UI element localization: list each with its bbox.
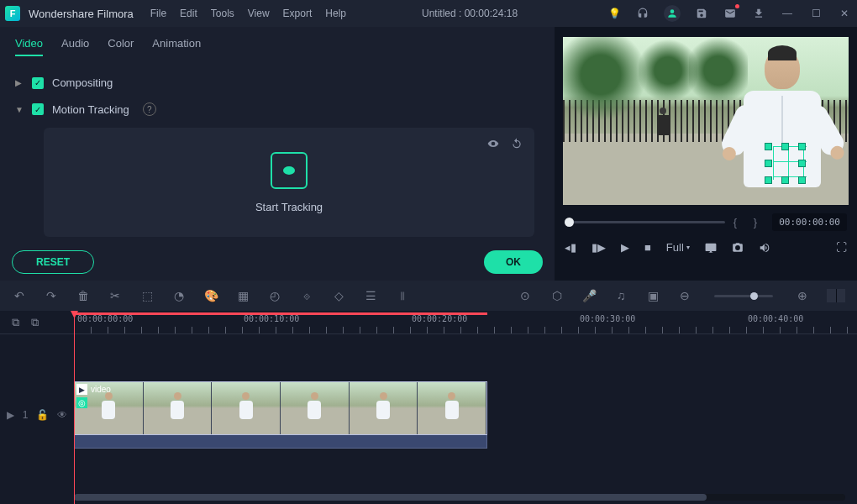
- playhead[interactable]: [74, 311, 75, 504]
- compositing-row[interactable]: ▶ ✓ Compositing: [12, 70, 543, 96]
- project-title: Untitled : 00:00:24:18: [422, 8, 518, 19]
- marker-braces[interactable]: { }: [733, 216, 764, 228]
- chevron-right-icon: ▶: [15, 78, 24, 87]
- tab-audio[interactable]: Audio: [61, 37, 89, 56]
- preview-viewport[interactable]: [563, 37, 849, 205]
- zoom-slider[interactable]: [714, 295, 773, 297]
- tracking-handles[interactable]: [765, 143, 810, 188]
- menu-tools[interactable]: Tools: [211, 8, 234, 19]
- fullscreen-icon[interactable]: ⛶: [836, 241, 847, 254]
- app-title: Wondershare Filmora: [29, 8, 134, 20]
- redo-icon[interactable]: ↷: [44, 289, 59, 302]
- help-icon[interactable]: ?: [143, 102, 156, 116]
- undo-icon[interactable]: ↶: [12, 289, 27, 302]
- quality-selector[interactable]: Full▾: [666, 241, 690, 254]
- messages-icon[interactable]: [723, 6, 738, 21]
- timeline-options-icon[interactable]: ⧉: [12, 316, 19, 329]
- tips-icon[interactable]: 💡: [607, 6, 622, 21]
- play-button[interactable]: ▮▶: [591, 241, 606, 254]
- visibility-icon[interactable]: 👁: [57, 409, 67, 421]
- minimize-button[interactable]: —: [780, 6, 795, 21]
- motion-tracking-icon[interactable]: ⟐: [299, 289, 314, 302]
- app-logo: F: [5, 6, 20, 21]
- delete-icon[interactable]: 🗑: [76, 289, 91, 302]
- audio-clip[interactable]: [74, 435, 487, 449]
- play-badge-icon: ▶: [76, 384, 87, 395]
- green-screen-icon[interactable]: ▦: [235, 289, 250, 302]
- prev-frame-button[interactable]: ◂▮: [565, 241, 576, 254]
- maximize-button[interactable]: ☐: [808, 6, 823, 21]
- motion-tracking-label: Motion Tracking: [52, 103, 129, 116]
- adjustment-icon[interactable]: ▣: [645, 289, 660, 302]
- render-icon[interactable]: ⊙: [518, 289, 533, 302]
- ruler-tick: 00:00:40:00: [748, 314, 803, 323]
- color-icon[interactable]: 🎨: [203, 289, 218, 302]
- eye-icon[interactable]: [487, 138, 499, 152]
- stop-button[interactable]: ■: [644, 241, 651, 254]
- reset-button[interactable]: RESET: [12, 250, 94, 274]
- ruler-tick: 00:00:00:00: [77, 314, 133, 323]
- compositing-label: Compositing: [52, 76, 113, 89]
- chevron-down-icon: ▼: [15, 105, 24, 114]
- tab-color[interactable]: Color: [108, 37, 134, 56]
- duration-icon[interactable]: ◴: [267, 289, 282, 302]
- reset-tracking-icon[interactable]: [511, 138, 523, 152]
- audio-icon[interactable]: ⫴: [395, 289, 410, 303]
- menu-edit[interactable]: Edit: [180, 8, 197, 19]
- ok-button[interactable]: OK: [484, 250, 543, 274]
- mixer-icon[interactable]: ♫: [613, 289, 628, 302]
- support-icon[interactable]: [635, 6, 650, 21]
- video-clip[interactable]: ▶ video ◎: [74, 381, 487, 435]
- lock-icon[interactable]: 🔓: [36, 409, 49, 421]
- zoom-in-icon[interactable]: ⊕: [795, 289, 810, 302]
- preview-timecode: 00:00:00:00: [772, 213, 847, 231]
- menu-help[interactable]: Help: [325, 8, 346, 19]
- horizontal-scrollbar[interactable]: [74, 494, 845, 501]
- compositing-checkbox[interactable]: ✓: [32, 77, 44, 89]
- play-forward-button[interactable]: ▶: [621, 241, 629, 254]
- adjust-icon[interactable]: ☰: [363, 289, 378, 302]
- motion-track-badge-icon: ◎: [76, 397, 87, 408]
- menu-export[interactable]: Export: [283, 8, 313, 19]
- snapshot-icon[interactable]: [732, 242, 744, 254]
- ruler-tick: 00:00:20:00: [412, 314, 467, 323]
- cut-icon[interactable]: ✂: [108, 289, 123, 302]
- ruler-tick: 00:00:30:00: [580, 314, 635, 323]
- motion-tracking-checkbox[interactable]: ✓: [32, 103, 44, 115]
- start-tracking-label: Start Tracking: [255, 201, 323, 213]
- volume-icon[interactable]: [759, 242, 770, 254]
- motion-tracking-row[interactable]: ▼ ✓ Motion Tracking ?: [12, 96, 543, 123]
- speed-icon[interactable]: ◔: [171, 289, 187, 302]
- marker-icon[interactable]: ⬡: [549, 289, 565, 302]
- account-icon[interactable]: [664, 5, 681, 22]
- clip-name: video: [91, 385, 111, 394]
- close-button[interactable]: ✕: [837, 6, 852, 21]
- menu-file[interactable]: File: [150, 8, 166, 19]
- start-tracking-button[interactable]: [271, 152, 308, 189]
- preview-scrubber[interactable]: [565, 221, 725, 223]
- tab-animation[interactable]: Animation: [152, 37, 201, 56]
- tab-video[interactable]: Video: [15, 37, 43, 56]
- record-icon[interactable]: 🎤: [581, 289, 597, 302]
- display-icon[interactable]: [705, 242, 717, 254]
- ruler-tick: 00:00:10:00: [244, 314, 299, 323]
- track-header[interactable]: ▶1 🔓 👁: [0, 381, 74, 449]
- view-toggle[interactable]: [827, 289, 845, 302]
- keyframe-icon[interactable]: ◇: [331, 289, 346, 302]
- crop-icon[interactable]: ⬚: [139, 289, 155, 302]
- zoom-out-icon[interactable]: ⊖: [677, 289, 692, 302]
- link-icon[interactable]: ⧉: [31, 316, 39, 329]
- save-icon[interactable]: [694, 6, 709, 21]
- download-icon[interactable]: [751, 6, 766, 21]
- menu-view[interactable]: View: [248, 8, 270, 19]
- tracking-panel: Start Tracking: [44, 128, 534, 237]
